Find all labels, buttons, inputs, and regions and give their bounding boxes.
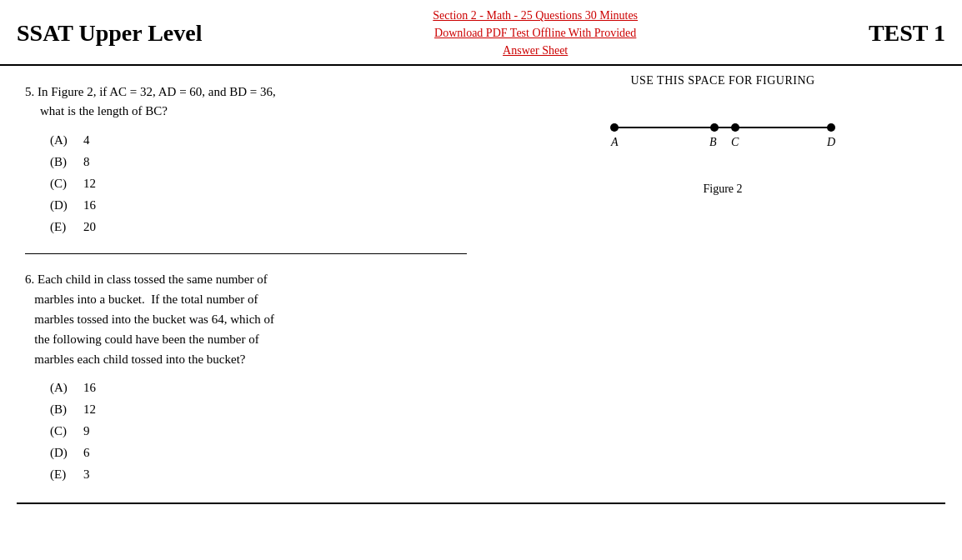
choice-value-6a: 16 bbox=[83, 378, 96, 398]
choice-value-5c: 12 bbox=[83, 173, 96, 193]
label-D: D bbox=[826, 136, 835, 148]
choice-label-5a: (A) bbox=[50, 130, 83, 150]
label-C: C bbox=[731, 136, 739, 148]
main-content: 5. In Figure 2, if AC = 32, AD = 60, and… bbox=[0, 66, 962, 502]
list-item: (D) 6 bbox=[50, 442, 467, 462]
list-item: (B) 8 bbox=[50, 152, 467, 172]
choice-label-6c: (C) bbox=[50, 421, 83, 441]
label-A: A bbox=[610, 136, 619, 148]
figure-2-caption: Figure 2 bbox=[500, 182, 945, 196]
choice-value-6d: 6 bbox=[83, 442, 90, 462]
question-5-choices: (A) 4 (B) 8 (C) 12 (D) 16 (E) 20 bbox=[50, 130, 467, 237]
list-item: (D) 16 bbox=[50, 195, 467, 215]
page-header: SSAT Upper Level Section 2 - Math - 25 Q… bbox=[0, 0, 962, 66]
choice-label-5e: (E) bbox=[50, 217, 83, 237]
question-6-block: 6. Each child in class tossed the same n… bbox=[25, 261, 467, 494]
list-item: (E) 20 bbox=[50, 217, 467, 237]
point-B-dot bbox=[710, 123, 719, 132]
section-link-text[interactable]: Section 2 - Math - 25 Questions 30 Minut… bbox=[433, 9, 638, 57]
choice-value-5e: 20 bbox=[83, 217, 96, 237]
divider-q5-q6 bbox=[25, 253, 467, 254]
section-link[interactable]: Section 2 - Math - 25 Questions 30 Minut… bbox=[202, 7, 868, 59]
questions-column: 5. In Figure 2, if AC = 32, AD = 60, and… bbox=[0, 66, 484, 502]
list-item: (A) 4 bbox=[50, 130, 467, 150]
choice-label-6d: (D) bbox=[50, 442, 83, 462]
list-item: (B) 12 bbox=[50, 399, 467, 419]
choice-label-5c: (C) bbox=[50, 173, 83, 193]
choice-value-5d: 16 bbox=[83, 195, 96, 215]
label-B: B bbox=[709, 136, 717, 148]
list-item: (E) 3 bbox=[50, 464, 467, 484]
question-5-text-line2: what is the length of BC? bbox=[40, 104, 168, 118]
choice-value-6b: 12 bbox=[83, 399, 96, 419]
figuring-label: USE THIS SPACE FOR FIGURING bbox=[500, 74, 945, 88]
figure-2-diagram: A B C D bbox=[589, 112, 856, 154]
choice-label-5b: (B) bbox=[50, 152, 83, 172]
test-label: TEST 1 bbox=[869, 20, 945, 47]
figure-2-container: A B C D Figure 2 bbox=[500, 112, 945, 196]
question-5-text: 5. In Figure 2, if AC = 32, AD = 60, and… bbox=[25, 82, 467, 120]
question-5-number: 5. In Figure 2, if AC = 32, AD = 60, and… bbox=[25, 85, 276, 98]
question-5-block: 5. In Figure 2, if AC = 32, AD = 60, and… bbox=[25, 74, 467, 247]
question-6-text: 6. Each child in class tossed the same n… bbox=[25, 269, 467, 369]
choice-value-5b: 8 bbox=[83, 152, 90, 172]
list-item: (C) 12 bbox=[50, 173, 467, 193]
figuring-column: USE THIS SPACE FOR FIGURING A B C D bbox=[484, 66, 962, 502]
question-6-choices: (A) 16 (B) 12 (C) 9 (D) 6 (E) 3 bbox=[50, 378, 467, 484]
choice-label-6b: (B) bbox=[50, 399, 83, 419]
choice-value-6c: 9 bbox=[83, 421, 90, 441]
page-title: SSAT Upper Level bbox=[17, 20, 202, 47]
choice-label-5d: (D) bbox=[50, 195, 83, 215]
list-item: (C) 9 bbox=[50, 421, 467, 441]
point-A-dot bbox=[610, 123, 619, 132]
choice-label-6a: (A) bbox=[50, 378, 83, 398]
choice-value-5a: 4 bbox=[83, 130, 90, 150]
bottom-divider bbox=[17, 502, 945, 504]
list-item: (A) 16 bbox=[50, 378, 467, 398]
choice-value-6e: 3 bbox=[83, 464, 90, 484]
point-D-dot bbox=[827, 123, 835, 132]
choice-label-6e: (E) bbox=[50, 464, 83, 484]
point-C-dot bbox=[731, 123, 739, 132]
